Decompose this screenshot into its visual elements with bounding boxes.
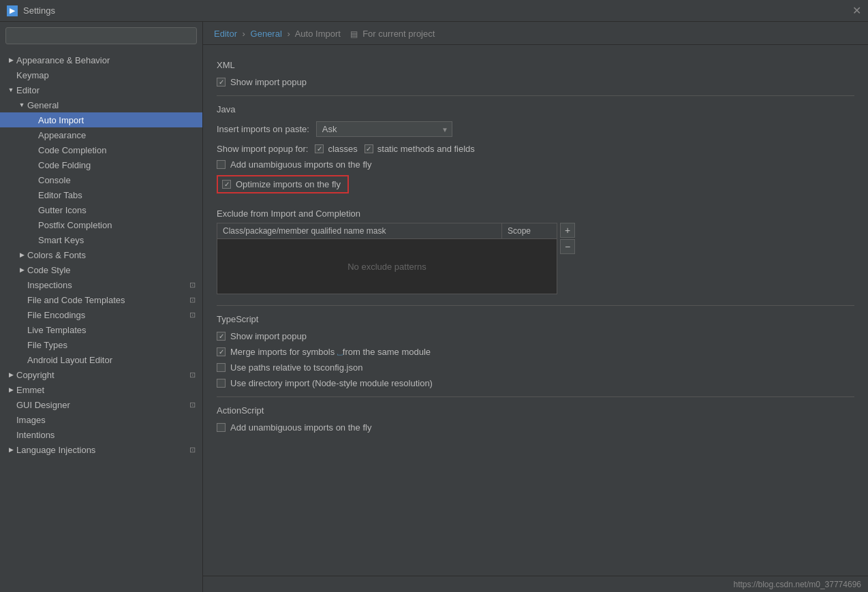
ts-use-paths-checkbox[interactable] xyxy=(217,363,226,372)
breadcrumb-sep1: › xyxy=(243,29,245,39)
sidebar-item-label: File and Code Templates xyxy=(27,295,185,305)
sidebar-item-emmet[interactable]: Emmet xyxy=(0,382,202,397)
sidebar-item-auto-import[interactable]: Auto Import xyxy=(0,112,202,127)
sidebar-item-copyright[interactable]: Copyright ⊡ xyxy=(0,367,202,382)
sidebar-item-intentions[interactable]: Intentions xyxy=(0,427,202,442)
sidebar-item-inspections[interactable]: Inspections ⊡ xyxy=(0,277,202,292)
sidebar-item-smart-keys[interactable]: Smart Keys xyxy=(0,232,202,247)
as-add-unambiguous-checkbox[interactable] xyxy=(217,423,226,432)
badge-icon: ⊡ xyxy=(187,400,197,409)
sidebar-item-file-types[interactable]: File Types xyxy=(0,337,202,352)
sidebar-item-appearance-behavior[interactable]: Appearance & Behavior xyxy=(0,52,202,67)
typescript-section-header: TypeScript xyxy=(217,314,854,324)
tree-arrow-icon xyxy=(27,189,38,200)
classes-checkbox[interactable] xyxy=(315,144,324,153)
sidebar-item-label: File Types xyxy=(27,340,197,350)
sidebar-item-gui-designer[interactable]: GUI Designer ⊡ xyxy=(0,397,202,412)
tree-arrow-icon xyxy=(5,69,16,80)
show-popup-for-label: Show import popup for: xyxy=(217,144,308,154)
sidebar-item-label: Copyright xyxy=(16,370,185,380)
sidebar-item-label: Images xyxy=(16,415,197,425)
close-button[interactable]: ✕ xyxy=(852,5,861,16)
static-methods-checkbox[interactable] xyxy=(365,144,373,153)
ts-show-import-popup-row: Show import popup xyxy=(217,331,854,341)
sidebar-item-label: Intentions xyxy=(16,430,197,440)
sidebar-item-editor[interactable]: Editor xyxy=(0,82,202,97)
sidebar-item-label: Editor xyxy=(16,85,197,95)
table-col1-header: Class/package/member qualified name mask xyxy=(217,223,502,238)
optimize-imports-checkbox[interactable] xyxy=(222,180,231,189)
ts-merge-imports-label[interactable]: Merge imports for symbols ⎵from the same… xyxy=(217,347,431,357)
sidebar-item-file-code-templates[interactable]: File and Code Templates ⊡ xyxy=(0,292,202,307)
classes-label[interactable]: classes xyxy=(315,144,357,154)
ts-show-import-popup-label[interactable]: Show import popup xyxy=(217,331,307,341)
ts-merge-imports-checkbox[interactable] xyxy=(217,347,226,356)
ts-use-directory-import-row: Use directory import (Node-style module … xyxy=(217,378,854,388)
remove-pattern-button[interactable]: − xyxy=(560,239,575,254)
ts-show-import-popup-checkbox[interactable] xyxy=(217,332,226,341)
breadcrumb-editor[interactable]: Editor xyxy=(214,29,237,39)
sidebar-item-language-injections[interactable]: Language Injections ⊡ xyxy=(0,442,202,457)
sidebar-item-label: Editor Tabs xyxy=(38,190,197,200)
badge-icon: ⊡ xyxy=(187,310,197,320)
optimize-imports-text: Optimize imports on the fly xyxy=(236,179,341,189)
xml-show-import-popup-checkbox[interactable] xyxy=(217,78,226,87)
tree-arrow-icon xyxy=(27,219,38,230)
xml-show-import-popup-label[interactable]: Show import popup xyxy=(217,77,307,87)
as-add-unambiguous-label[interactable]: Add unambiguous imports on the fly xyxy=(217,422,371,433)
insert-imports-select[interactable]: Ask Always Never xyxy=(316,121,452,137)
sidebar-item-gutter-icons[interactable]: Gutter Icons xyxy=(0,202,202,217)
content-area: Editor › General › Auto Import ▤ For cur… xyxy=(203,22,868,592)
tree-arrow-icon xyxy=(5,384,16,395)
ts-use-directory-import-label[interactable]: Use directory import (Node-style module … xyxy=(217,378,433,388)
sidebar-item-label: File Encodings xyxy=(27,310,185,320)
sidebar-item-label: Colors & Fonts xyxy=(27,250,197,260)
sidebar-item-keymap[interactable]: Keymap xyxy=(0,67,202,82)
sidebar-item-label: Code Style xyxy=(27,265,197,275)
xml-show-import-popup-row: Show import popup xyxy=(217,77,854,87)
app-icon: ▶ xyxy=(7,5,18,16)
search-input[interactable] xyxy=(5,27,197,44)
static-methods-text: static methods and fields xyxy=(377,144,475,154)
sidebar-item-label: GUI Designer xyxy=(16,400,185,410)
sidebar-item-code-style[interactable]: Code Style xyxy=(0,262,202,277)
sidebar-item-appearance[interactable]: Appearance xyxy=(0,127,202,142)
tree-arrow-icon xyxy=(16,324,27,335)
static-methods-label[interactable]: static methods and fields xyxy=(365,144,475,154)
project-label: For current project xyxy=(362,29,435,39)
tree-arrow-icon xyxy=(5,399,16,410)
ts-use-directory-import-checkbox[interactable] xyxy=(217,379,226,388)
exclude-section: Exclude from Import and Completion Class… xyxy=(217,208,854,294)
sidebar-item-code-folding[interactable]: Code Folding xyxy=(0,157,202,172)
as-add-unambiguous-text: Add unambiguous imports on the fly xyxy=(230,422,371,433)
ts-use-paths-label[interactable]: Use paths relative to tsconfig.json xyxy=(217,362,362,373)
add-pattern-button[interactable]: + xyxy=(560,223,575,238)
sidebar-item-general[interactable]: General xyxy=(0,97,202,112)
table-buttons: + − xyxy=(560,223,575,254)
sidebar-item-live-templates[interactable]: Live Templates xyxy=(0,322,202,337)
divider-typescript-actionscript xyxy=(217,396,854,397)
sidebar-item-label: Console xyxy=(38,175,197,185)
breadcrumb-general[interactable]: General xyxy=(251,29,282,39)
sidebar-item-file-encodings[interactable]: File Encodings ⊡ xyxy=(0,307,202,322)
java-section-header: Java xyxy=(217,104,854,114)
sidebar-item-console[interactable]: Console xyxy=(0,172,202,187)
add-unambiguous-checkbox[interactable] xyxy=(217,160,226,169)
sidebar-item-images[interactable]: Images xyxy=(0,412,202,427)
xml-section-header: XML xyxy=(217,60,854,70)
sidebar-item-label: Inspections xyxy=(27,280,185,290)
sidebar-item-postfix-completion[interactable]: Postfix Completion xyxy=(0,217,202,232)
no-patterns-text: No exclude patterns xyxy=(347,262,427,272)
sidebar-item-colors-fonts[interactable]: Colors & Fonts xyxy=(0,247,202,262)
status-bar: https://blog.csdn.net/m0_37774696 xyxy=(203,576,868,592)
sidebar-item-code-completion[interactable]: Code Completion xyxy=(0,142,202,157)
insert-imports-paste-row: Insert imports on paste: Ask Always Neve… xyxy=(217,121,854,137)
ts-merge-imports-row: Merge imports for symbols ⎵from the same… xyxy=(217,347,854,357)
classes-text: classes xyxy=(328,144,357,154)
badge-icon: ⊡ xyxy=(187,445,197,454)
sidebar-item-android-layout-editor[interactable]: Android Layout Editor xyxy=(0,352,202,367)
optimize-imports-label[interactable]: Optimize imports on the fly xyxy=(222,179,341,189)
sidebar-item-editor-tabs[interactable]: Editor Tabs xyxy=(0,187,202,202)
add-unambiguous-label[interactable]: Add unambiguous imports on the fly xyxy=(217,159,371,170)
badge-icon: ⊡ xyxy=(187,370,197,379)
